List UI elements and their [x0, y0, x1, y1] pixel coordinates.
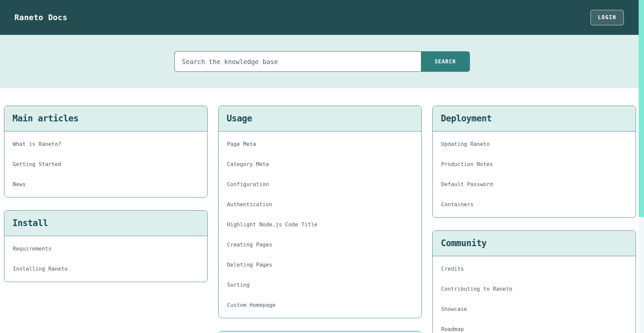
card-title: Main articles: [12, 113, 199, 124]
card-community: Community CreditsContributing to RanetoS…: [432, 230, 636, 333]
list-item[interactable]: Authentication: [219, 195, 422, 215]
column-2: Usage Page MetaCategory MetaConfiguratio…: [218, 106, 422, 333]
list-item[interactable]: Sorting: [219, 275, 422, 295]
list-item[interactable]: Configuration: [219, 174, 422, 195]
card-item-list: RequirementsInstalling Raneto: [4, 236, 207, 282]
card-header: Usage: [219, 106, 422, 131]
list-item[interactable]: Creating Pages: [219, 235, 422, 255]
cards-grid: Main articles What is Raneto?Getting Sta…: [0, 88, 639, 333]
list-item[interactable]: Contributing to Raneto: [433, 279, 636, 299]
column-3: Deployment Updating RanetoProduction Not…: [432, 106, 636, 333]
search-input[interactable]: [174, 51, 421, 72]
list-item[interactable]: Default Password: [433, 174, 636, 195]
list-item[interactable]: What is Raneto?: [4, 134, 207, 154]
card-title: Deployment: [441, 113, 628, 124]
card-header: Main articles: [4, 106, 207, 131]
card-header: Community: [433, 231, 636, 256]
list-item[interactable]: Showcase: [433, 299, 636, 319]
list-item[interactable]: Getting Started: [4, 154, 207, 174]
card-usage: Usage Page MetaCategory MetaConfiguratio…: [218, 106, 422, 318]
list-item[interactable]: Requirements: [4, 239, 207, 259]
card-main-articles: Main articles What is Raneto?Getting Sta…: [4, 106, 208, 198]
list-item[interactable]: News: [4, 174, 207, 195]
list-item[interactable]: Category Meta: [219, 154, 422, 174]
card-install: Install RequirementsInstalling Raneto: [4, 210, 208, 282]
list-item[interactable]: Updating Raneto: [433, 134, 636, 154]
card-item-list: Page MetaCategory MetaConfigurationAuthe…: [219, 131, 422, 318]
card-item-list: CreditsContributing to RanetoShowcaseRoa…: [433, 256, 636, 333]
search-section: SEARCH: [0, 35, 644, 88]
list-item[interactable]: Deleting Pages: [219, 255, 422, 275]
search-group: SEARCH: [174, 51, 470, 72]
list-item[interactable]: Custom Homepage: [219, 295, 422, 315]
login-button[interactable]: LOGIN: [590, 10, 624, 25]
list-item[interactable]: Credits: [433, 259, 636, 279]
card-header: Install: [4, 211, 207, 236]
column-1: Main articles What is Raneto?Getting Sta…: [4, 106, 208, 333]
scrollbar-track[interactable]: [639, 0, 644, 333]
card-item-list: Updating RanetoProduction NotesDefault P…: [433, 131, 636, 217]
list-item[interactable]: Containers: [433, 195, 636, 215]
list-item[interactable]: Production Notes: [433, 154, 636, 174]
card-title: Community: [441, 238, 628, 249]
card-deployment: Deployment Updating RanetoProduction Not…: [432, 106, 636, 218]
card-title: Install: [12, 218, 199, 229]
card-item-list: What is Raneto?Getting StartedNews: [4, 131, 207, 197]
top-navbar: Raneto Docs LOGIN: [0, 0, 644, 35]
search-button[interactable]: SEARCH: [421, 51, 470, 72]
card-title: Usage: [227, 113, 414, 124]
scrollbar-thumb[interactable]: [639, 0, 644, 217]
card-header: Deployment: [433, 106, 636, 131]
card-partial-cutoff: [218, 331, 422, 333]
site-title: Raneto Docs: [14, 13, 67, 22]
list-item[interactable]: Page Meta: [219, 134, 422, 154]
list-item[interactable]: Roadmap: [433, 319, 636, 333]
list-item[interactable]: Highlight Node.js Code Title: [219, 215, 422, 235]
list-item[interactable]: Installing Raneto: [4, 259, 207, 279]
card-header: [219, 331, 422, 333]
